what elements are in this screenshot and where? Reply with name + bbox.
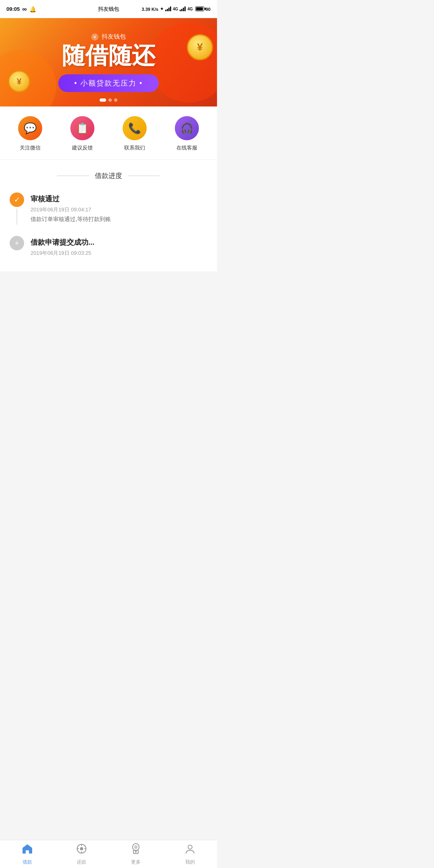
wechat-icon: 💬 — [18, 116, 42, 140]
hero-app-name: ¥ 抖友钱包 — [91, 33, 126, 41]
coin-right: ¥ — [187, 34, 213, 60]
progress-line-1 — [16, 209, 17, 225]
icon-item-wechat[interactable]: 💬 关注微信 — [14, 116, 46, 151]
divider-line-right — [128, 176, 160, 176]
icon-grid: 💬 关注微信 📋 建议反馈 📞 联系我们 🎧 在线客服 — [0, 106, 217, 160]
icon-item-feedback[interactable]: 📋 建议反馈 — [66, 116, 98, 151]
status-time: 09:05 — [6, 6, 20, 12]
dot-1[interactable] — [100, 98, 106, 102]
progress-title-2: 借款申请提交成功... — [31, 237, 207, 247]
battery-pct: 90 — [206, 7, 211, 12]
service-label: 在线客服 — [176, 144, 197, 151]
hero-banner: ¥ 抖友钱包 随借随还 • 小额贷款无压力 • ¥ ¥ — [0, 18, 217, 106]
progress-icon-pending — [10, 236, 24, 250]
progress-content-2: 借款申请提交成功... 2019年06月19日 09:03:25 — [31, 236, 207, 259]
progress-desc-1: 借款订单审核通过,等待打款到账 — [31, 216, 207, 223]
progress-content-1: 审核通过 2019年06月19日 09:04:17 借款订单审核通过,等待打款到… — [31, 192, 207, 225]
section-title: 借款进度 — [95, 171, 122, 180]
service-icon: 🎧 — [175, 116, 199, 140]
status-center: 抖友钱包 — [98, 6, 119, 13]
icon-item-service[interactable]: 🎧 在线客服 — [171, 116, 203, 151]
progress-item-1: ✓ 审核通过 2019年06月19日 09:04:17 借款订单审核通过,等待打… — [10, 192, 207, 236]
status-left: 09:05 ∞ 🔔 — [6, 6, 36, 13]
notification-icon: 🔔 — [29, 6, 36, 12]
hero-title: 随借随还 — [62, 44, 155, 67]
feedback-label: 建议反馈 — [72, 144, 93, 151]
coin-left: ¥ — [8, 70, 30, 92]
icon-item-contact[interactable]: 📞 联系我们 — [119, 116, 151, 151]
status-right: 3.39 K/s ✦ 4G 4G 90 — [141, 6, 211, 12]
infinity-icon: ∞ — [22, 6, 27, 13]
signal-icon — [165, 6, 171, 12]
yen-icon: ¥ — [91, 33, 98, 41]
contact-label: 联系我们 — [124, 144, 145, 151]
section-divider: 借款进度 — [0, 160, 217, 188]
wechat-label: 关注微信 — [20, 144, 41, 151]
battery-icon — [194, 6, 204, 12]
4g-icon-2: 4G — [187, 7, 192, 11]
progress-time-1: 2019年06月19日 09:04:17 — [31, 206, 207, 213]
status-bar: 09:05 ∞ 🔔 抖友钱包 3.39 K/s ✦ 4G 4G — [0, 0, 217, 18]
contact-icon: 📞 — [123, 116, 147, 140]
progress-icon-col-1: ✓ — [10, 192, 24, 225]
network-speed: 3.39 K/s — [141, 7, 158, 12]
dot-2[interactable] — [108, 98, 112, 102]
app-name-status: 抖友钱包 — [98, 6, 119, 12]
divider-line-left — [57, 176, 89, 176]
progress-item-2: 借款申请提交成功... 2019年06月19日 09:03:25 — [10, 236, 207, 259]
progress-title-1: 审核通过 — [31, 194, 207, 204]
hero-subtitle-pill[interactable]: • 小额贷款无压力 • — [58, 74, 159, 92]
signal-icon-2 — [180, 6, 186, 12]
progress-icon-col-2 — [10, 236, 24, 259]
progress-time-2: 2019年06月19日 09:03:25 — [31, 250, 207, 257]
4g-icon: 4G — [173, 7, 178, 11]
feedback-icon: 📋 — [70, 116, 94, 140]
hero-dots — [100, 98, 117, 102]
bluetooth-icon: ✦ — [160, 6, 164, 12]
dot-3[interactable] — [114, 98, 117, 102]
progress-list: ✓ 审核通过 2019年06月19日 09:04:17 借款订单审核通过,等待打… — [0, 188, 217, 271]
progress-icon-completed: ✓ — [10, 192, 24, 207]
